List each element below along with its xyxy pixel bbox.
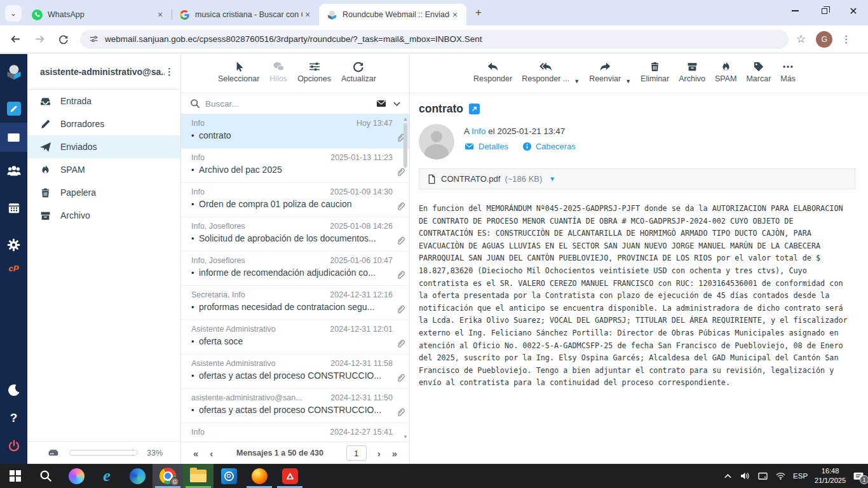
list-scrollbar[interactable]: ▲ ▼ <box>402 114 409 442</box>
message-row[interactable]: Info, Joseflores 2025-01-06 10:47 • info… <box>181 252 409 286</box>
browser-profile-avatar[interactable]: G <box>816 31 832 48</box>
edge-icon[interactable] <box>122 464 153 488</box>
dark-mode-icon[interactable] <box>0 376 27 404</box>
folder-item[interactable]: SPAM <box>27 158 180 181</box>
windows-taskbar: e G O ESP 16:48 21/1/2025 1 <box>0 464 868 488</box>
mail-nav-icon[interactable] <box>0 123 27 152</box>
chrome-icon[interactable]: G <box>153 464 183 488</box>
contacts-nav-icon[interactable] <box>0 157 27 185</box>
select-button[interactable]: Seleccionar <box>218 60 259 83</box>
internet-explorer-icon[interactable]: e <box>92 464 122 488</box>
minimize-button[interactable] <box>780 0 810 22</box>
calendar-nav-icon[interactable] <box>0 194 27 222</box>
start-button[interactable] <box>0 464 31 488</box>
message-from: Info <box>191 187 325 196</box>
last-page-button[interactable]: » <box>386 448 403 459</box>
forward-button[interactable] <box>31 30 48 48</box>
attachment-bar[interactable]: CONTRATO.pdf (~186 KB) ▼ <box>419 168 855 189</box>
folder-item[interactable]: Enviados <box>27 135 180 158</box>
account-menu-icon[interactable]: ⋮ <box>165 66 174 78</box>
message-row[interactable]: Info 2025-01-13 11:23 • Archivo del pac … <box>181 149 409 183</box>
mark-button[interactable]: Marcar <box>746 60 771 83</box>
message-row[interactable]: asistente-administrativo@san... 2024-12-… <box>181 389 409 423</box>
forward-button[interactable]: Reenviar <box>589 60 621 83</box>
attachment-name[interactable]: CONTRATO.pdf <box>441 174 500 184</box>
compose-button[interactable] <box>0 95 27 123</box>
reply-all-button[interactable]: Responder ... <box>522 60 569 83</box>
system-tray: ESP 16:48 21/1/2025 1 <box>723 464 864 488</box>
message-row[interactable]: Asistente Administrativo 2024-12-31 12:0… <box>181 320 409 355</box>
site-settings-icon[interactable] <box>89 34 98 44</box>
first-page-button[interactable]: « <box>187 448 204 459</box>
app-sidebar: cP ? <box>0 54 27 464</box>
more-button[interactable]: Más <box>780 60 796 83</box>
message-row[interactable]: Info 2025-01-09 14:30 • Orden de compra … <box>181 183 409 217</box>
tab-search-button[interactable]: ⌄ <box>5 5 22 22</box>
notification-center-icon[interactable]: 1 <box>853 471 864 482</box>
tab-close-icon[interactable]: × <box>155 10 165 20</box>
back-button[interactable] <box>6 30 24 48</box>
close-button[interactable]: ✕ <box>839 0 868 22</box>
message-row[interactable]: Secretaria, Info 2024-12-31 12:16 • prof… <box>181 286 409 320</box>
volume-icon[interactable] <box>740 471 750 481</box>
spam-button[interactable]: SPAM <box>715 60 737 83</box>
message-row[interactable]: Info, Joseflores 2025-01-08 14:26 • Soli… <box>181 217 409 252</box>
prev-page-button[interactable]: ‹ <box>204 448 219 459</box>
file-explorer-icon[interactable] <box>183 464 214 488</box>
help-icon[interactable]: ? <box>0 404 27 432</box>
details-link[interactable]: Detalles <box>464 142 508 151</box>
search-scope-icon[interactable] <box>376 98 387 109</box>
delete-button[interactable]: Eliminar <box>641 60 669 83</box>
settings-nav-icon[interactable] <box>0 231 27 259</box>
page-number-input[interactable] <box>346 445 367 461</box>
language-indicator[interactable]: ESP <box>793 472 808 480</box>
tab-close-icon[interactable]: × <box>302 10 313 20</box>
search-input[interactable] <box>205 99 370 109</box>
search-options-chevron-icon[interactable] <box>392 99 402 109</box>
recipient-link[interactable]: Info <box>471 126 486 136</box>
restore-button[interactable] <box>810 0 839 22</box>
threads-button[interactable]: Hilos <box>269 60 287 83</box>
firefox-icon[interactable] <box>244 464 275 488</box>
next-page-button[interactable]: › <box>372 448 386 459</box>
scroll-thumb[interactable] <box>403 123 407 168</box>
clock[interactable]: 16:48 21/1/2025 <box>815 466 846 485</box>
bookmark-star-icon[interactable]: ☆ <box>796 32 806 46</box>
tab-whatsapp[interactable]: WhatsApp × <box>24 4 172 25</box>
reply-all-caret-icon[interactable]: ▼ <box>574 78 580 85</box>
new-tab-button[interactable]: + <box>470 4 487 21</box>
outlook-icon[interactable]: O <box>214 464 244 488</box>
acrobat-icon[interactable] <box>275 464 305 488</box>
browser-menu-icon[interactable]: ⋮ <box>841 34 851 45</box>
scroll-down-icon[interactable]: ▼ <box>403 434 408 440</box>
copilot-icon[interactable] <box>61 464 92 488</box>
tray-expand-chevron-icon[interactable] <box>723 471 733 481</box>
folder-item[interactable]: Papelera <box>27 181 180 204</box>
message-row[interactable]: Info Hoy 13:47 • contrato <box>181 114 409 149</box>
headers-link[interactable]: Cabeceras <box>522 142 576 151</box>
message-date: 2024-12-31 11:50 <box>330 393 393 402</box>
tab-close-icon[interactable]: × <box>450 10 460 20</box>
folder-item[interactable]: Entrada <box>27 90 180 112</box>
refresh-button[interactable]: Actualizar <box>341 60 376 83</box>
message-row[interactable]: Info 2024-12-27 15:41 • <box>181 423 409 442</box>
tab-google-search[interactable]: musica cristiana - Buscar con Go × <box>172 4 319 25</box>
reload-button[interactable] <box>55 30 72 48</box>
archive-button[interactable]: Archivo <box>679 60 705 83</box>
forward-caret-icon[interactable]: ▼ <box>625 78 631 85</box>
attachment-menu-caret-icon[interactable]: ▼ <box>549 175 555 182</box>
logout-icon[interactable] <box>0 432 27 460</box>
display-icon[interactable] <box>757 471 768 481</box>
open-in-new-window-icon[interactable] <box>469 104 480 114</box>
folder-item[interactable]: Borradores <box>27 112 180 135</box>
tab-roundcube[interactable]: Roundcube Webmail :: Enviados × <box>319 4 466 25</box>
wifi-icon[interactable] <box>775 471 786 481</box>
cpanel-icon[interactable]: cP <box>0 259 27 278</box>
options-button[interactable]: Opciones <box>297 60 331 83</box>
taskbar-search-icon[interactable] <box>31 464 61 488</box>
address-bar[interactable]: webmail.sanjuan.gob.ec/cpsess8028760516/… <box>80 30 789 49</box>
reply-button[interactable]: Responder <box>473 60 512 83</box>
scroll-up-icon[interactable]: ▲ <box>403 116 408 122</box>
message-row[interactable]: Asistente Administrativo 2024-12-31 11:5… <box>181 355 409 389</box>
folder-item[interactable]: Archivo <box>27 204 180 227</box>
